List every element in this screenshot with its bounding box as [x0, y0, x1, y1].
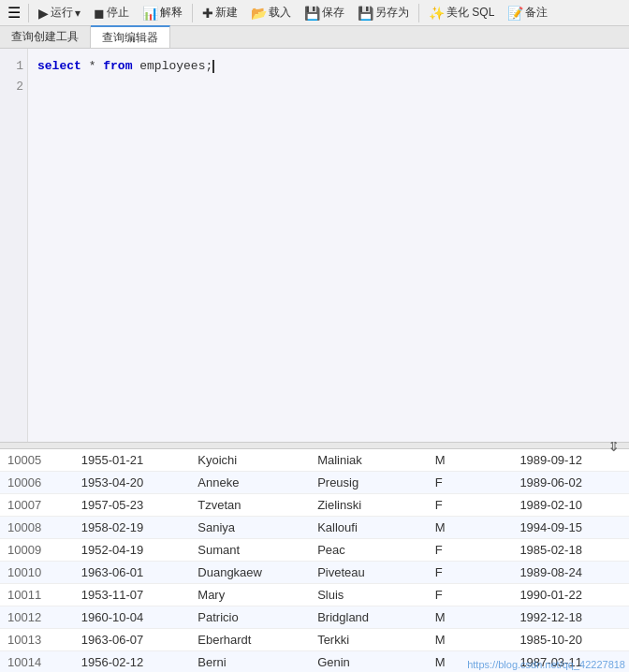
table-row: 100051955-01-21KyoichiMaliniakM1989-09-1… — [0, 449, 629, 472]
load-label: 载入 — [269, 5, 291, 21]
editor-lines: 1 2 select * from employees; — [0, 49, 629, 442]
cell-last_name: Kalloufi — [310, 517, 428, 539]
cell-emp_no: 10009 — [0, 539, 74, 562]
new-label: 新建 — [215, 5, 238, 21]
cell-last_name: Sluis — [310, 584, 428, 606]
save-as-button[interactable]: 💾 另存为 — [352, 2, 415, 23]
save-as-icon: 💾 — [358, 6, 373, 21]
sql-table-name: employees; — [139, 59, 212, 73]
table-row: 100131963-06-07EberhardtTerkkiM1985-10-2… — [0, 629, 629, 651]
run-button[interactable]: ▶ 运行 ▾ — [33, 2, 86, 23]
tab-query-editor[interactable]: 查询编辑器 — [91, 25, 170, 48]
cell-emp_no: 10012 — [0, 606, 74, 629]
sql-star: * — [89, 59, 104, 73]
table-row: 100071957-05-23TzvetanZielinskiF1989-02-… — [0, 494, 629, 517]
cell-first_name: Anneke — [190, 472, 310, 494]
cell-first_name: Berni — [190, 651, 310, 673]
comment-label: 备注 — [525, 5, 548, 21]
code-editor[interactable]: select * from employees; — [28, 49, 629, 442]
cell-last_name: Genin — [310, 651, 428, 673]
line-numbers: 1 2 — [0, 49, 28, 442]
cell-gender: M — [428, 629, 513, 651]
new-button[interactable]: ✚ 新建 — [197, 2, 243, 23]
tab-bar: 查询创建工具 查询编辑器 — [0, 26, 629, 49]
resize-handle[interactable]: ⇕ — [0, 442, 629, 449]
cell-hire_date: 1989-06-02 — [512, 472, 629, 494]
save-as-label: 另存为 — [375, 5, 409, 21]
beautify-button[interactable]: ✨ 美化 SQL — [423, 2, 500, 23]
toolbar: ☰ ▶ 运行 ▾ ◼ 停止 📊 解释 ✚ 新建 📂 载入 💾 保存 💾 另存为 … — [0, 0, 629, 26]
watermark: https://blog.csdn.net/qq_42227818 — [467, 659, 625, 670]
cell-last_name: Zielinski — [310, 494, 428, 517]
save-icon: 💾 — [304, 6, 320, 21]
save-button[interactable]: 💾 保存 — [299, 2, 350, 23]
code-line-1: select * from employees; — [37, 56, 620, 77]
explain-button[interactable]: 📊 解释 — [137, 2, 188, 23]
separator-3 — [418, 4, 419, 22]
tab-query-builder-label: 查询创建工具 — [11, 29, 79, 45]
cell-birth_date: 1963-06-07 — [74, 629, 191, 651]
cell-emp_no: 10011 — [0, 584, 74, 606]
cell-last_name: Preusig — [310, 472, 428, 494]
run-arrow: ▾ — [75, 7, 80, 20]
load-button[interactable]: 📂 载入 — [245, 2, 297, 23]
cell-birth_date: 1953-11-07 — [74, 584, 191, 606]
line-number-2: 2 — [4, 77, 23, 97]
table-row: 100061953-04-20AnnekePreusigF1989-06-02 — [0, 472, 629, 494]
cell-gender: F — [428, 584, 513, 606]
stop-label: 停止 — [107, 5, 129, 21]
cell-hire_date: 1990-01-22 — [512, 584, 629, 606]
cell-emp_no: 10010 — [0, 562, 74, 584]
tab-query-builder[interactable]: 查询创建工具 — [0, 26, 91, 48]
comment-button[interactable]: 📝 备注 — [502, 2, 553, 23]
cell-last_name: Piveteau — [310, 562, 428, 584]
cell-birth_date: 1953-04-20 — [74, 472, 191, 494]
cell-birth_date: 1956-02-12 — [74, 651, 191, 673]
cell-first_name: Kyoichi — [190, 449, 310, 472]
menu-icon[interactable]: ☰ — [4, 2, 24, 23]
sql-select-keyword: select — [37, 59, 81, 73]
results-container[interactable]: 100051955-01-21KyoichiMaliniakM1989-09-1… — [0, 449, 629, 672]
text-cursor — [212, 60, 214, 73]
cell-gender: M — [428, 449, 513, 472]
cell-first_name: Tzvetan — [190, 494, 310, 517]
cell-gender: F — [428, 494, 513, 517]
cell-emp_no: 10007 — [0, 494, 74, 517]
cell-birth_date: 1958-02-19 — [74, 517, 191, 539]
separator-2 — [192, 4, 193, 22]
tab-query-editor-label: 查询编辑器 — [102, 30, 158, 46]
line-number-1: 1 — [4, 56, 23, 77]
cell-first_name: Saniya — [190, 517, 310, 539]
cell-hire_date: 1989-02-10 — [512, 494, 629, 517]
cell-hire_date: 1989-08-24 — [512, 562, 629, 584]
cell-gender: F — [428, 562, 513, 584]
cell-birth_date: 1963-06-01 — [74, 562, 191, 584]
beautify-icon: ✨ — [429, 6, 445, 21]
comment-icon: 📝 — [507, 6, 523, 21]
stop-button[interactable]: ◼ 停止 — [88, 2, 135, 23]
save-label: 保存 — [322, 5, 344, 21]
cell-last_name: Maliniak — [310, 449, 428, 472]
cell-emp_no: 10006 — [0, 472, 74, 494]
cell-emp_no: 10014 — [0, 651, 74, 673]
cell-birth_date: 1955-01-21 — [74, 449, 191, 472]
cell-first_name: Patricio — [190, 606, 310, 629]
cell-emp_no: 10008 — [0, 517, 74, 539]
load-icon: 📂 — [251, 6, 267, 21]
cell-hire_date: 1992-12-18 — [512, 606, 629, 629]
results-table: 100051955-01-21KyoichiMaliniakM1989-09-1… — [0, 449, 629, 672]
sql-from-keyword: from — [103, 59, 132, 73]
cell-gender: M — [428, 517, 513, 539]
cell-gender: M — [428, 606, 513, 629]
cell-first_name: Mary — [190, 584, 310, 606]
table-row: 100101963-06-01DuangkaewPiveteauF1989-08… — [0, 562, 629, 584]
explain-label: 解释 — [160, 5, 183, 21]
editor-container[interactable]: 1 2 select * from employees; — [0, 49, 629, 442]
cell-last_name: Terkki — [310, 629, 428, 651]
cell-hire_date: 1994-09-15 — [512, 517, 629, 539]
cell-birth_date: 1960-10-04 — [74, 606, 191, 629]
cell-last_name: Peac — [310, 539, 428, 562]
cell-birth_date: 1952-04-19 — [74, 539, 191, 562]
stop-icon: ◼ — [94, 6, 105, 21]
cell-gender: F — [428, 539, 513, 562]
